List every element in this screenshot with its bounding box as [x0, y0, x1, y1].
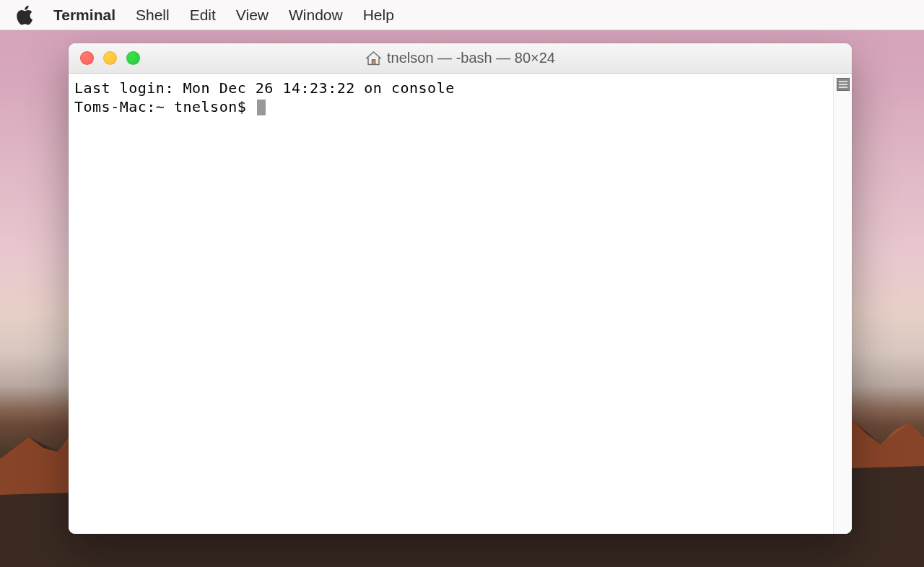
scrollbar[interactable]: [833, 74, 852, 534]
fullscreen-button[interactable]: [126, 51, 140, 65]
terminal-prompt: Toms-Mac:~ tnelson$: [74, 98, 256, 115]
menubar-app-name[interactable]: Terminal: [43, 6, 126, 24]
menubar: Terminal Shell Edit View Window Help: [0, 0, 924, 30]
titlebar[interactable]: tnelson — -bash — 80×24: [69, 43, 852, 74]
close-button[interactable]: [80, 51, 94, 65]
terminal-body: Last login: Mon Dec 26 14:23:22 on conso…: [69, 74, 852, 534]
terminal-last-login: Last login: Mon Dec 26 14:23:22 on conso…: [74, 79, 455, 97]
menubar-item-view[interactable]: View: [226, 6, 279, 24]
menubar-item-window[interactable]: Window: [279, 6, 353, 24]
home-icon: [365, 51, 381, 66]
menubar-item-help[interactable]: Help: [353, 6, 404, 24]
menubar-item-edit[interactable]: Edit: [180, 6, 226, 24]
apple-menu-icon[interactable]: [16, 5, 33, 25]
terminal-content[interactable]: Last login: Mon Dec 26 14:23:22 on conso…: [69, 74, 833, 534]
terminal-cursor: [257, 100, 266, 115]
scroll-indicator-icon: [837, 78, 850, 91]
menubar-item-shell[interactable]: Shell: [126, 6, 180, 24]
traffic-lights: [69, 51, 140, 65]
minimize-button[interactable]: [103, 51, 117, 65]
window-title: tnelson — -bash — 80×24: [365, 50, 555, 66]
terminal-window: tnelson — -bash — 80×24 Last login: Mon …: [69, 43, 852, 534]
window-title-text: tnelson — -bash — 80×24: [387, 50, 555, 66]
